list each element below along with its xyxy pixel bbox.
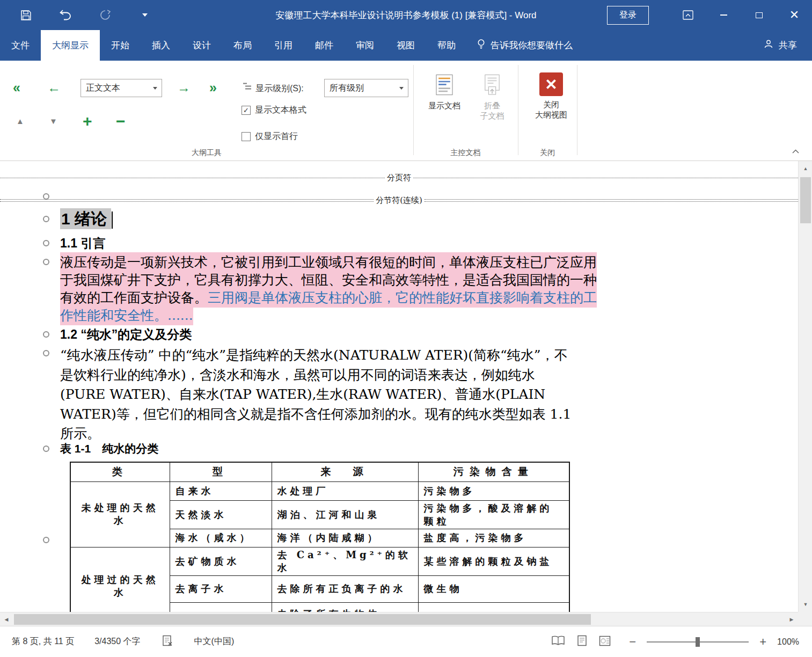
outline-bullet[interactable] (43, 537, 49, 543)
table-cell: 盐度高，污染物多 (418, 529, 569, 547)
tab-file[interactable]: 文件 (0, 30, 41, 61)
scroll-right-icon[interactable]: ▶ (785, 612, 798, 626)
table-cell: 水处理厂 (272, 481, 418, 500)
promote-to-heading1-button[interactable]: « (13, 81, 20, 94)
show-level-select[interactable]: 所有级别 (324, 79, 408, 97)
scroll-left-icon[interactable]: ◀ (0, 612, 13, 626)
heading-1-2-text: 1.2 “纯水”的定义及分类 (60, 327, 192, 341)
word-count[interactable]: 3/4350 个字 (94, 636, 140, 647)
tab-review[interactable]: 审阅 (345, 30, 385, 61)
undo-icon[interactable] (58, 8, 73, 23)
page-break-label: 分页符 (385, 173, 413, 183)
ribbon-display-options-icon[interactable] (670, 0, 706, 30)
ribbon: « ← 正文文本 → » ▲ ▼ + − 显示级别(S): 所有级别 ✓ 显示文… (0, 61, 812, 161)
group-divider (413, 65, 414, 155)
demote-to-bodytext-button[interactable]: » (209, 81, 217, 94)
outline-bullet[interactable] (43, 216, 49, 222)
web-layout-icon[interactable] (599, 636, 611, 648)
outline-tools-group-label: 大纲工具 (0, 148, 413, 158)
heading-1-1[interactable]: 1.1 引言 (60, 235, 105, 252)
outline-bullet[interactable] (43, 446, 49, 452)
person-icon (763, 39, 774, 52)
scroll-up-icon[interactable]: ▲ (799, 162, 812, 175)
outline-bullet[interactable] (43, 331, 49, 338)
close-outline-label-line2: 大纲视图 (535, 110, 567, 119)
tell-me-label: 告诉我你想要做什么 (491, 39, 573, 52)
horizontal-scroll-thumb[interactable] (14, 614, 591, 625)
page-indicator[interactable]: 第 8 页, 共 11 页 (12, 636, 74, 647)
table-cell: 自来水 (170, 481, 272, 500)
sign-in-button[interactable]: 登录 (607, 6, 649, 25)
vertical-scrollbar[interactable]: ▲ ▼ (798, 161, 812, 612)
outline-level-value: 正文文本 (81, 83, 149, 94)
show-text-formatting-checkbox[interactable]: ✓ 显示文本格式 (242, 105, 306, 116)
outline-bullet[interactable] (43, 259, 49, 265)
collapse-subdocuments-icon (482, 74, 502, 99)
embedded-table-image[interactable]: 类 型 来 源 污染物含量 未处理的天然水 自来水 水处理厂 污染物多 天然淡水… (70, 462, 570, 612)
close-button[interactable]: ✕ (777, 0, 812, 30)
save-icon[interactable] (18, 8, 33, 23)
lightbulb-icon (477, 39, 486, 53)
tab-insert[interactable]: 插入 (141, 30, 181, 61)
scroll-down-icon[interactable]: ▼ (799, 598, 812, 611)
table-caption-text: 表 1-1 纯水的分类 (60, 442, 158, 455)
table-cell (418, 602, 569, 612)
move-down-button[interactable]: ▼ (49, 117, 57, 125)
vertical-scroll-thumb[interactable] (800, 177, 811, 223)
paragraph-highlighted[interactable]: 液压传动是一项新兴技术，它被引用到工业领域只有很短的时间，单体液压支柱已广泛应用… (60, 253, 599, 324)
document-canvas[interactable]: 分页符 分节符(连续) 1 绪论 1.1 引言 液压传动是一项新兴技术，它被引用… (0, 161, 798, 612)
maximize-button[interactable] (741, 0, 777, 30)
tab-view[interactable]: 视图 (385, 30, 426, 61)
close-outline-view-button[interactable]: ✕ 关闭 大纲视图 (528, 72, 574, 120)
show-document-button[interactable]: 显示文档 (423, 74, 466, 111)
table-cell: 湖泊、江河和山泉 (272, 500, 418, 529)
dotted-line (0, 199, 374, 202)
minimize-button[interactable] (706, 0, 741, 30)
outline-level-select[interactable]: 正文文本 (81, 79, 162, 97)
tab-mailings[interactable]: 邮件 (304, 30, 345, 61)
collapse-button[interactable]: − (116, 113, 126, 129)
tell-me-box[interactable]: 告诉我你想要做什么 (467, 30, 582, 61)
ribbon-tab-row: 文件 大纲显示 开始 插入 设计 布局 引用 邮件 审阅 视图 帮助 告诉我你想… (0, 30, 812, 61)
table-cell: 去 Ca²⁺、Mg²⁺的软水 (272, 547, 418, 575)
zoom-level[interactable]: 100% (777, 637, 799, 647)
horizontal-scrollbar[interactable]: ◀ ▶ (0, 612, 798, 626)
zoom-in-button[interactable]: + (759, 636, 766, 648)
read-mode-icon[interactable] (551, 636, 565, 648)
table-cell: 海水（咸水） (170, 529, 272, 547)
table-cell: 天然淡水 (170, 500, 272, 529)
paragraph-purewater[interactable]: “纯水液压传动” 中的“纯水”是指纯粹的天然水(NATURALW ATER)(简… (60, 346, 574, 444)
table-cell: 去除了所有生物体 (272, 602, 418, 612)
print-layout-icon[interactable] (577, 635, 587, 648)
outline-bullet[interactable] (43, 240, 49, 246)
tab-design[interactable]: 设计 (181, 30, 222, 61)
table-header-cell: 污染物含量 (418, 462, 569, 481)
table-cell: 海洋（内陆咸糊） (272, 529, 418, 547)
tab-help[interactable]: 帮助 (426, 30, 467, 61)
collapse-ribbon-icon[interactable] (789, 147, 801, 156)
proofing-errors-icon[interactable] (161, 635, 174, 649)
promote-button[interactable]: ← (47, 81, 61, 94)
heading-1[interactable]: 1 绪论 (60, 208, 113, 230)
heading-1-2[interactable]: 1.2 “纯水”的定义及分类 (60, 326, 192, 343)
demote-button[interactable]: → (177, 81, 191, 94)
outline-bullet[interactable] (43, 350, 49, 356)
expand-button[interactable]: + (83, 113, 92, 129)
customize-qat-icon[interactable] (137, 8, 152, 23)
tab-home[interactable]: 开始 (100, 30, 141, 61)
title-bar: 安徽理工大学本科毕业设计说明书参考模板 (1) [兼容模式] - Word 登录… (0, 0, 812, 30)
language-indicator[interactable]: 中文(中国) (194, 636, 235, 647)
tab-references[interactable]: 引用 (263, 30, 304, 61)
tab-outlining[interactable]: 大纲显示 (41, 30, 100, 61)
collapse-subdocs-label-line2: 子文档 (480, 111, 504, 120)
close-group-label: 关闭 (518, 148, 577, 158)
move-up-button[interactable]: ▲ (16, 117, 24, 125)
zoom-out-button[interactable]: − (629, 636, 636, 648)
share-button[interactable]: 共享 (763, 30, 797, 61)
zoom-slider[interactable] (647, 641, 749, 643)
show-first-line-only-checkbox[interactable]: 仅显示首行 (242, 131, 298, 142)
table-caption[interactable]: 表 1-1 纯水的分类 (60, 441, 158, 456)
zoom-slider-thumb[interactable] (696, 637, 700, 647)
redo-icon[interactable] (98, 8, 113, 23)
tab-layout[interactable]: 布局 (222, 30, 263, 61)
